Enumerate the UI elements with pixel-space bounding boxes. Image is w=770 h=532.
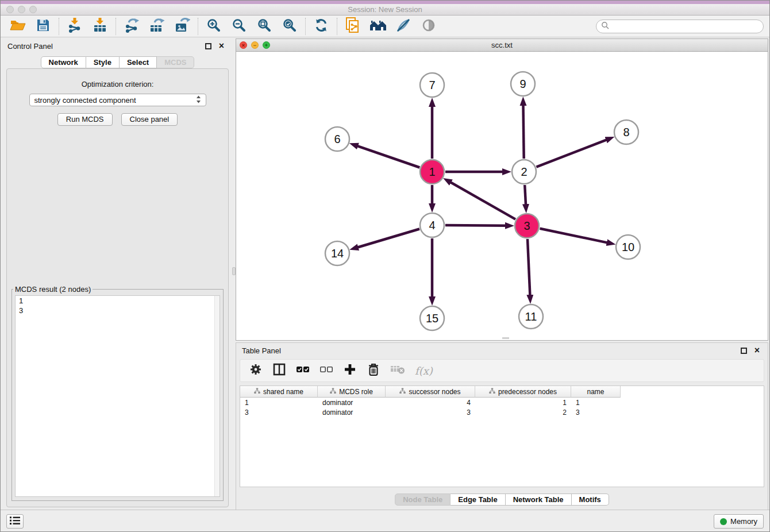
toolbar-separator (337, 18, 337, 35)
close-panel-button[interactable]: Close panel (121, 113, 178, 126)
graph-edge-4-14[interactable] (358, 229, 420, 248)
zoom-out-button[interactable] (226, 17, 252, 36)
column-header-MCDS-role[interactable]: MCDS role (318, 386, 386, 398)
table-cell[interactable]: 1 (240, 399, 318, 407)
export-table-button[interactable] (144, 17, 170, 36)
tab-style[interactable]: Style (86, 56, 120, 68)
task-history-button[interactable] (6, 514, 24, 529)
search-icon (601, 21, 609, 32)
function-builder-icon: f(x) (415, 365, 433, 377)
network-close-button[interactable]: × (240, 41, 247, 49)
tab-mcds[interactable]: MCDS (157, 56, 194, 68)
hierarchy-icon (399, 388, 406, 396)
show-hide-details-button[interactable] (416, 17, 441, 36)
network-maximize-button[interactable]: + (263, 41, 270, 49)
dropdown-stepper-icon (196, 95, 201, 106)
graph-node-label-8: 8 (623, 126, 629, 138)
select-all-checkboxes-button[interactable] (296, 364, 310, 377)
graph-edge-3-11[interactable] (528, 239, 530, 295)
tab-network-table[interactable]: Network Table (506, 494, 572, 506)
graph-node-label-11: 11 (525, 310, 537, 323)
tab-node-table[interactable]: Node Table (395, 494, 451, 506)
control-panel-close-button[interactable]: × (219, 42, 224, 50)
export-network-icon (124, 18, 140, 35)
import-table-button[interactable] (87, 17, 113, 36)
graph-edge-2-8[interactable] (536, 140, 606, 167)
table-cell[interactable]: 3 (240, 408, 318, 417)
criterion-dropdown[interactable]: strongly connected component (29, 94, 206, 106)
first-neighbors-icon (369, 18, 387, 34)
search-box[interactable] (596, 20, 764, 33)
network-canvas[interactable]: 7968124314101511 (236, 52, 768, 340)
table-cell[interactable]: 1 (571, 399, 621, 407)
zoom-fit-button[interactable] (252, 17, 277, 36)
run-mcds-button[interactable]: Run MCDS (57, 113, 113, 126)
table-row[interactable]: 3dominator323 (240, 407, 764, 417)
function-builder-button[interactable]: f(x) (415, 364, 433, 377)
column-header-shared-name[interactable]: shared name (240, 386, 318, 398)
settings-gear-icon (249, 363, 262, 378)
open-session-icon (10, 18, 26, 35)
new-network-from-selection-button[interactable] (340, 17, 365, 36)
column-header-name[interactable]: name (571, 386, 621, 398)
toolbar-buttons (5, 17, 441, 36)
table-row[interactable]: 1dominator411 (240, 398, 764, 407)
delete-table-icon (390, 364, 405, 377)
deselect-all-checkboxes-button[interactable] (319, 364, 333, 377)
graphics-details-button[interactable] (391, 17, 416, 36)
table-cell[interactable]: 3 (571, 408, 621, 417)
graph-edge-1-6[interactable] (357, 146, 419, 167)
save-session-button[interactable] (30, 17, 56, 36)
memory-button[interactable]: Memory (714, 514, 764, 529)
zoom-fit-icon (257, 18, 272, 35)
column-header-successor-nodes[interactable]: successor nodes (386, 386, 475, 398)
toolbar-separator (198, 18, 198, 35)
graph-edge-2-3[interactable] (525, 185, 526, 205)
refresh-view-button[interactable] (309, 17, 334, 36)
delete-table-button[interactable] (390, 364, 405, 377)
table-panel-close-button[interactable]: × (754, 346, 760, 354)
control-panel-float-button[interactable] (205, 43, 211, 49)
import-network-button[interactable] (62, 17, 87, 36)
add-column-icon (344, 363, 356, 378)
mcds-result-list[interactable]: 13 (15, 295, 220, 497)
table-cell[interactable]: dominator (318, 399, 386, 407)
tab-network[interactable]: Network (41, 56, 86, 68)
table-cell[interactable]: 1 (475, 399, 571, 407)
table-cell[interactable]: dominator (318, 408, 386, 417)
export-network-button[interactable] (119, 17, 144, 36)
window-minimize-button[interactable] (18, 6, 25, 13)
table-cell[interactable]: 3 (386, 408, 475, 417)
add-column-button[interactable] (343, 364, 357, 377)
open-session-button[interactable] (5, 17, 30, 36)
graph-edge-3-10[interactable] (540, 229, 607, 243)
column-header-predecessor-nodes[interactable]: predecessor nodes (475, 386, 571, 398)
network-minimize-button[interactable]: − (251, 41, 259, 49)
table-cell[interactable]: 2 (475, 408, 571, 417)
zoom-in-button[interactable] (201, 17, 226, 36)
graph-edge-3-1[interactable] (451, 182, 515, 219)
network-graph: 7968124314101511 (236, 52, 768, 341)
tab-edge-table[interactable]: Edge Table (451, 494, 505, 506)
export-image-button[interactable] (170, 17, 195, 36)
first-neighbors-button[interactable] (365, 17, 391, 36)
table-panel-float-button[interactable] (741, 348, 747, 354)
table-cell[interactable]: 4 (386, 399, 475, 407)
search-input[interactable] (611, 22, 759, 30)
toolbar-separator (116, 18, 116, 35)
settings-gear-button[interactable] (249, 364, 263, 377)
mcds-panel-body: Optimization criterion: strongly connect… (6, 68, 229, 507)
window-close-button[interactable] (6, 6, 14, 13)
show-hide-details-icon (421, 18, 436, 35)
tab-motifs[interactable]: Motifs (572, 494, 609, 506)
tab-select[interactable]: Select (120, 56, 157, 68)
graph-edge-2-9[interactable] (523, 105, 524, 159)
graph-edge-4-3[interactable] (445, 225, 506, 226)
result-scrollbar[interactable] (214, 296, 220, 496)
zoom-selected-button[interactable] (277, 17, 302, 36)
window-zoom-button[interactable] (29, 6, 37, 13)
delete-column-button[interactable] (367, 364, 380, 377)
canvas-resize-handle[interactable] (502, 337, 509, 339)
split-view-button[interactable] (272, 364, 286, 377)
network-window-titlebar[interactable]: × − + scc.txt (236, 39, 768, 52)
